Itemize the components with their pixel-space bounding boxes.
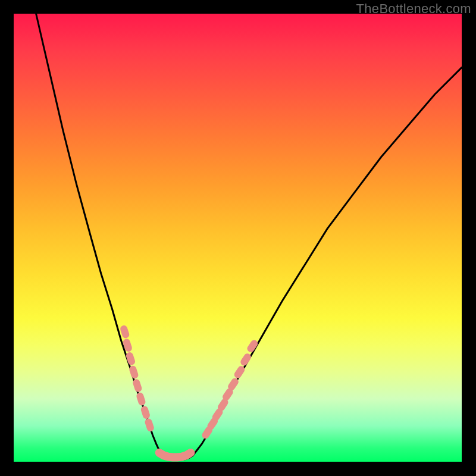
chart-frame: TheBottleneck.com (0, 0, 476, 476)
curve-dot (140, 405, 151, 420)
bottleneck-curve (36, 14, 462, 460)
curve-dot (239, 352, 252, 367)
highlight-dots (120, 324, 259, 457)
curve-dot (136, 392, 146, 406)
v-curve (36, 14, 462, 460)
chart-svg (0, 0, 476, 476)
valley-blob (159, 453, 191, 458)
curve-dot (144, 418, 155, 433)
